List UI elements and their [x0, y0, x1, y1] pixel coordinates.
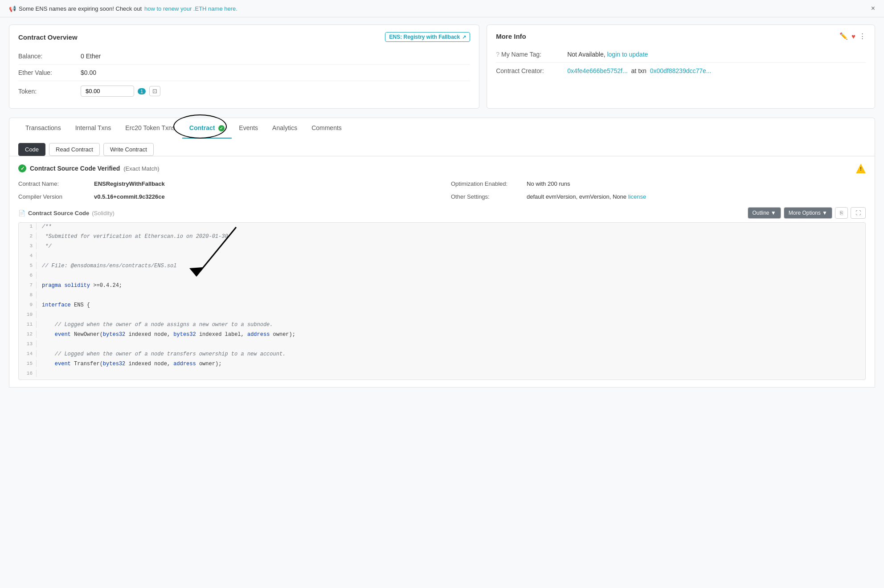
ens-badge: ENS: Registry with Fallback ↗ [385, 32, 470, 42]
code-block[interactable]: 1 /** 2 *Submitted for verification at E… [18, 222, 866, 380]
more-options-icon-button[interactable]: ⋮ [859, 32, 866, 40]
code-line-12: 12 event NewOwner(bytes32 indexed node, … [19, 331, 865, 340]
contract-meta-grid: Contract Name: ENSRegistryWithFallback O… [18, 180, 866, 200]
code-line-11: 11 // Logged when the owner of a node as… [19, 321, 865, 331]
code-line-13: 13 [19, 340, 865, 350]
contract-name-value: ENSRegistryWithFallback [94, 180, 165, 187]
ether-value-row: Ether Value: $0.00 [18, 65, 470, 81]
source-code-header: 📄 Contract Source Code (Solidity) Outlin… [18, 207, 866, 219]
verified-check-icon: ✓ [18, 164, 26, 172]
compiler-value: v0.5.16+commit.9c3226ce [94, 193, 165, 200]
other-settings-value: default evmVersion, evmVersion, None lic… [527, 193, 646, 200]
tab-erc20[interactable]: Erc20 Token Txns [118, 118, 182, 139]
other-settings-row: Other Settings: default evmVersion, evmV… [451, 193, 866, 200]
contract-creator-row: Contract Creator: 0x4fe4e666be5752f... a… [496, 63, 866, 79]
sub-buttons-bar: Code Read Contract Write Contract [9, 139, 875, 156]
optimization-label: Optimization Enabled: [451, 180, 522, 187]
file-icon: 📄 [18, 210, 25, 216]
more-info-title: More Info [496, 33, 526, 40]
contract-section: ✓ Contract Source Code Verified (Exact M… [9, 156, 875, 388]
optimization-row: Optimization Enabled: No with 200 runs [451, 180, 866, 187]
write-contract-button[interactable]: Write Contract [103, 143, 154, 156]
contract-name-label: Contract Name: [18, 180, 90, 187]
verified-title: ✓ Contract Source Code Verified (Exact M… [18, 164, 159, 172]
tab-analytics[interactable]: Analytics [265, 118, 304, 139]
token-select-wrap: $0.00 1 ⊡ [81, 86, 160, 97]
code-line-5: 5 // File: @ensdomains/ens/contracts/ENS… [19, 262, 865, 272]
ens-badge-label: ENS: Registry with Fallback [389, 34, 460, 40]
tabs-section: Transactions Internal Txns Erc20 Token T… [9, 118, 875, 388]
name-tag-label: ? My Name Tag: [496, 51, 567, 58]
token-label: Token: [18, 88, 81, 95]
name-tag-login-link[interactable]: login to update [607, 51, 648, 58]
tab-transactions[interactable]: Transactions [18, 118, 68, 139]
code-line-15: 15 event Transfer(bytes32 indexed node, … [19, 360, 865, 370]
read-contract-button[interactable]: Read Contract [49, 143, 100, 156]
tab-comments[interactable]: Comments [304, 118, 349, 139]
name-tag-row: ? My Name Tag: Not Available, login to u… [496, 46, 866, 63]
code-line-14: 14 // Logged when the owner of a node tr… [19, 350, 865, 360]
name-tag-value: Not Available, login to update [567, 51, 648, 58]
banner-close-button[interactable]: × [871, 4, 875, 12]
token-count-badge: 1 [138, 88, 146, 94]
token-expand-button[interactable]: ⊡ [149, 86, 160, 96]
contract-name-row: Contract Name: ENSRegistryWithFallback [18, 180, 433, 187]
tab-internal-txns[interactable]: Internal Txns [68, 118, 119, 139]
code-line-6: 6 [19, 272, 865, 282]
code-line-7: 7 pragma solidity >=0.4.24; [19, 282, 865, 291]
edit-icon-button[interactable]: ✏️ [839, 32, 848, 40]
more-options-button[interactable]: More Options ▼ [784, 207, 832, 219]
compiler-label: Compiler Version [18, 193, 90, 200]
token-row: Token: $0.00 1 ⊡ [18, 81, 470, 101]
tab-events[interactable]: Events [232, 118, 265, 139]
banner-text-main: Some ENS names are expiring soon! Check … [19, 5, 142, 12]
ether-value-label: Ether Value: [18, 69, 81, 76]
balance-label: Balance: [18, 53, 81, 60]
source-code-label: Contract Source Code [28, 210, 89, 216]
code-line-8: 8 [19, 291, 865, 301]
banner-message: 📢 Some ENS names are expiring soon! Chec… [9, 5, 237, 12]
favorite-icon-button[interactable]: ♥ [851, 33, 855, 40]
external-link-icon: ↗ [462, 34, 466, 40]
outline-button[interactable]: Outline ▼ [748, 207, 781, 219]
contract-verified-icon [218, 125, 225, 131]
contract-overview-title: Contract Overview [18, 33, 78, 41]
megaphone-icon: 📢 [9, 5, 16, 12]
contract-overview-card: Contract Overview ENS: Registry with Fal… [9, 24, 479, 109]
code-line-2: 2 *Submitted for verification at Ethersc… [19, 233, 865, 242]
source-code-subtitle: (Solidity) [92, 210, 115, 216]
more-info-card: More Info ✏️ ♥ ⋮ ? My Name Tag: Not Avai… [487, 24, 875, 109]
help-circle-icon: ? [496, 51, 499, 58]
ether-value: $0.00 [81, 69, 96, 76]
code-button[interactable]: Code [18, 143, 45, 156]
creator-value: 0x4fe4e666be5752f... at txn 0x00df88239d… [567, 67, 711, 74]
main-container: Contract Overview ENS: Registry with Fal… [0, 17, 884, 395]
token-dropdown[interactable]: $0.00 [81, 86, 134, 97]
source-code-buttons: Outline ▼ More Options ▼ ⎘ ⛶ [748, 207, 866, 219]
tabs-bar: Transactions Internal Txns Erc20 Token T… [9, 118, 875, 139]
more-info-icons: ✏️ ♥ ⋮ [839, 32, 866, 40]
banner-link[interactable]: how to renew your .ETH name here. [144, 5, 237, 12]
balance-row: Balance: 0 Ether [18, 48, 470, 65]
code-line-3: 3 */ [19, 242, 865, 252]
creator-txn-link[interactable]: 0x00df88239dcc77e... [650, 67, 712, 74]
source-code-title: 📄 Contract Source Code (Solidity) [18, 210, 115, 216]
warning-icon: ! [856, 163, 866, 173]
notification-banner: 📢 Some ENS names are expiring soon! Chec… [0, 0, 884, 17]
code-line-10: 10 [19, 311, 865, 321]
creator-at: at txn [631, 67, 647, 74]
compiler-row: Compiler Version v0.5.16+commit.9c3226ce [18, 193, 433, 200]
creator-address-link[interactable]: 0x4fe4e666be5752f... [567, 67, 627, 74]
fullscreen-button[interactable]: ⛶ [851, 207, 866, 219]
code-line-1: 1 /** [19, 223, 865, 233]
tab-contract[interactable]: Contract [182, 118, 232, 139]
code-line-4: 4 [19, 252, 865, 262]
code-line-9: 9 interface ENS { [19, 301, 865, 311]
more-info-header: More Info ✏️ ♥ ⋮ [496, 32, 866, 40]
code-line-16: 16 [19, 370, 865, 380]
exact-match-text: (Exact Match) [123, 165, 159, 172]
copy-code-button[interactable]: ⎘ [835, 207, 848, 219]
other-settings-label: Other Settings: [451, 193, 522, 200]
license-link[interactable]: license [628, 193, 646, 200]
balance-value: 0 Ether [81, 53, 101, 60]
